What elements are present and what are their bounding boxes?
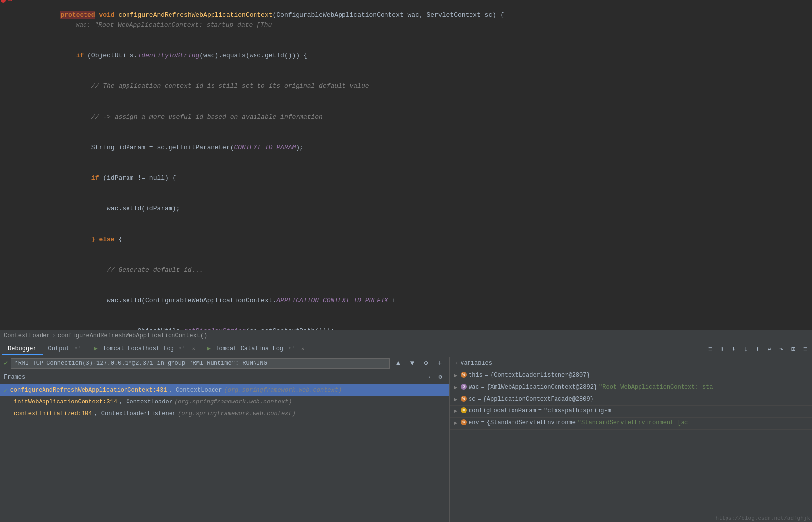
var-value-env: "StandardServletEnvironment [ac — [578, 419, 688, 426]
toolbar-btn-step-over[interactable]: ↓ — [741, 344, 751, 354]
thread-selector[interactable] — [11, 358, 390, 369]
toolbar-btn-down[interactable]: ⬇ — [729, 344, 739, 354]
method-name: configureAndRefreshWebApplicationContext — [118, 11, 272, 19]
variables-title: Variables — [460, 360, 492, 367]
const-5: CONTEXT_ID_PARAM — [234, 144, 296, 151]
code-line-5: String idParam = sc.getInitParameter(CON… — [0, 132, 812, 163]
frame-item-1[interactable]: ✓ configureAndRefreshWebApplicationConte… — [0, 384, 449, 396]
code-text-11: ObjectUtils. — [60, 327, 184, 330]
play-icon-2: ▶ — [207, 345, 211, 352]
tab-tomcat-catalina-label: Tomcat Catalina Log — [215, 345, 283, 352]
toolbar-btn-menu[interactable]: ≡ — [705, 344, 715, 354]
code-content: → protected void configureAndRefreshWebA… — [0, 0, 812, 330]
var-type-wac: {XmlWebApplicationContext@2892} — [487, 384, 597, 391]
var-expand-this[interactable]: ▶ — [454, 372, 461, 379]
thread-filter-btn[interactable]: ⚙ — [421, 358, 431, 369]
kw-else: } else — [60, 236, 118, 243]
breadcrumb-sep: › — [52, 332, 56, 339]
code-line-11: ObjectUtils.getDisplayString(sc.getConte… — [0, 316, 812, 330]
breakpoint-1 — [1, 0, 6, 3]
breadcrumb-part2: configureAndRefreshWebApplicationContext… — [58, 332, 207, 339]
thread-add-btn[interactable]: + — [434, 358, 445, 369]
var-item-this[interactable]: ▶ w this = {ContextLoaderListener@2807} — [450, 370, 812, 382]
line-code-2: if (ObjectUtils.identityToString(wac).eq… — [25, 41, 812, 71]
toolbar-btn-settings[interactable]: ≡ — [800, 344, 810, 354]
toolbar-btn-step-out[interactable]: ↩ — [765, 344, 774, 354]
var-type-config: "classpath:spring-m — [544, 407, 611, 414]
line-code-3: // The application context id is still s… — [25, 72, 812, 101]
var-icon-config: = — [461, 407, 467, 413]
thread-down-btn[interactable]: ▼ — [407, 358, 418, 369]
toolbar-btn-up[interactable]: ⬆ — [717, 344, 727, 354]
variables-header: → Variables — [450, 357, 812, 370]
code-text2: (wac).equals(wac.getId())) { — [199, 52, 307, 59]
var-expand-config[interactable]: ▶ — [454, 407, 461, 415]
code-line-3: // The application context id is still s… — [0, 71, 812, 102]
frames-title: Frames — [4, 374, 25, 381]
vars-arrow-icon: → — [454, 360, 457, 367]
debug-tabs: Debugger Output •⁺ ▶ Tomcat Localhost Lo… — [0, 341, 812, 357]
var-name-this: this — [469, 372, 483, 379]
code-line-6: if (idParam != null) { — [0, 163, 812, 194]
var-eq-this: = — [485, 372, 488, 379]
tab-tomcat-localhost-close[interactable]: ✕ — [192, 346, 195, 352]
var-item-wac[interactable]: ▶ p wac = {XmlWebApplicationContext@2892… — [450, 382, 812, 394]
line-code-1: protected void configureAndRefreshWebApp… — [25, 0, 812, 40]
tab-tomcat-catalina[interactable]: ▶ Tomcat Catalina Log •⁺ ✕ — [201, 343, 310, 355]
frame-item-2[interactable]: initWebApplicationContext:314 , ContextL… — [0, 396, 449, 408]
frames-btn-filter[interactable]: ⚙ — [435, 372, 445, 382]
frame-location-1: , ContextLoader — [169, 387, 222, 394]
comment-4: // -> assign a more useful id based on a… — [60, 113, 323, 120]
toolbar-btn-run[interactable]: ↷ — [776, 344, 786, 354]
frame-item-3[interactable]: contextInitialized:104 , ContextLoaderLi… — [0, 408, 449, 420]
line-code-7: wac.setId(idParam); — [25, 194, 812, 224]
var-name-config: configLocationParam — [469, 407, 536, 414]
var-expand-sc[interactable]: ▶ — [454, 396, 461, 403]
keyword-protected: protected — [60, 11, 95, 19]
method-11: getDisplayString — [184, 327, 246, 330]
comment-9: // Generate default id... — [60, 266, 203, 274]
toolbar-btn-grid[interactable]: ⊞ — [788, 344, 798, 354]
var-eq-sc: = — [477, 396, 481, 402]
var-name-sc: sc — [469, 396, 475, 402]
thread-up-btn[interactable]: ▲ — [393, 358, 404, 369]
frame-active-icon: ✓ — [4, 387, 7, 394]
var-type-env: {StandardServletEnvironme — [487, 419, 576, 426]
var-icon-wac: p — [461, 384, 467, 390]
kw-if: if — [60, 52, 87, 59]
tab-sep2: •⁺ — [178, 345, 185, 352]
code-text-8: { — [118, 236, 122, 243]
var-item-sc[interactable]: ▶ w sc = {ApplicationContextFacade@2809} — [450, 394, 812, 406]
frame-name-3: contextInitialized:104 — [14, 410, 92, 417]
code-editor: → protected void configureAndRefreshWebA… — [0, 0, 812, 330]
code-line-4: // -> assign a more useful id based on a… — [0, 102, 812, 132]
green-check-icon: ✓ — [4, 359, 8, 367]
breadcrumb-part1: ContextLoader — [4, 332, 50, 339]
const-10: APPLICATION_CONTEXT_ID_PREFIX — [276, 297, 388, 304]
var-icon-sc: w — [461, 396, 467, 402]
tab-sep3: •⁺ — [288, 345, 295, 352]
var-type-sc: {ApplicationContextFacade@2809} — [483, 396, 594, 402]
var-name-wac: wac — [469, 384, 479, 391]
var-expand-env[interactable]: ▶ — [454, 419, 461, 427]
frames-btn-arrow-right[interactable]: → — [424, 372, 433, 382]
tab-tomcat-localhost[interactable]: ▶ Tomcat Localhost Log •⁺ ✕ — [88, 343, 201, 355]
tab-tomcat-localhost-label: Tomcat Localhost Log — [103, 345, 174, 352]
var-value-wac: "Root WebApplicationContext: sta — [599, 384, 713, 391]
tab-tomcat-catalina-close[interactable]: ✕ — [301, 346, 304, 352]
var-expand-wac[interactable]: ▶ — [454, 384, 461, 391]
var-item-configlocation[interactable]: ▶ = configLocationParam = "classpath:spr… — [450, 406, 812, 418]
code-line-7: wac.setId(idParam); — [0, 194, 812, 224]
tab-debugger-label: Debugger — [8, 345, 37, 352]
tab-output[interactable]: Output •⁺ — [43, 343, 88, 355]
toolbar-btn-step-into[interactable]: ⬆ — [753, 344, 763, 354]
frame-pkg-3: (org.springframework.web.context) — [178, 410, 296, 417]
frame-pkg-2: (org.springframework.web.context) — [174, 399, 292, 405]
tab-debugger[interactable]: Debugger — [2, 343, 43, 355]
watermark: https://blog.csdn.net/adfghjk — [716, 515, 810, 521]
variables-panel: → Variables ▶ w this = {ContextLoaderLis… — [450, 357, 812, 522]
comment-3: // The application context id is still s… — [60, 82, 369, 90]
var-item-env[interactable]: ▶ w env = {StandardServletEnvironme "Sta… — [450, 418, 812, 430]
code-text-7: wac.setId(idParam); — [60, 205, 180, 212]
frames-list: ✓ configureAndRefreshWebApplicationConte… — [0, 384, 449, 522]
